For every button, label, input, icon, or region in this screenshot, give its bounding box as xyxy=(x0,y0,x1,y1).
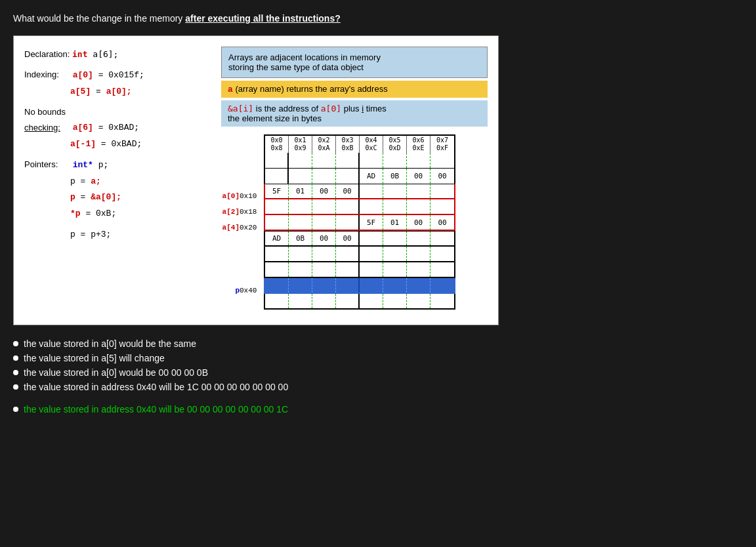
right-panel: Arrays are adjacent locations in memory … xyxy=(221,47,488,314)
nobounds-label1: No bounds xyxy=(24,107,66,117)
info-box-main: Arrays are adjacent locations in memory … xyxy=(221,47,488,78)
bullet-dot-4 xyxy=(13,384,18,390)
mem-row-0x30 xyxy=(264,247,455,262)
mem-col-headers: 0x00x8 0x10x9 0x20xA 0x30xB 0x40xC 0x50x… xyxy=(264,134,455,153)
mem-row-0x40 xyxy=(264,278,455,294)
annot-row-0x10: a[0] 0x10 xyxy=(221,188,264,204)
info-blue-line2: the element size in bytes xyxy=(228,113,322,123)
declaration-code: a[6]; xyxy=(93,49,118,59)
indexing-label: Indexing: xyxy=(24,67,70,82)
nb-val6: 0xBAD; xyxy=(108,123,139,133)
nobounds-label2: checking: xyxy=(24,123,60,132)
bullet-text-2: the value stored in a[5] will change xyxy=(24,353,165,363)
bullet-dot-1 xyxy=(13,341,18,346)
idx-a5: a[5] xyxy=(70,87,91,96)
ptr-line2: p = &a[0]; xyxy=(70,189,215,205)
bullet-2: the value stored in a[5] will change xyxy=(13,353,743,363)
bullet-5: the value stored in address 0x40 will be… xyxy=(13,404,743,415)
ptr-type: int* xyxy=(73,160,93,170)
question-text: What would be the change in the memory a… xyxy=(13,13,743,24)
mem-row-0x00 xyxy=(264,153,455,169)
left-panel: Declaration: int a[6]; Indexing: a[0] = … xyxy=(24,47,215,242)
ptr-line3: *p = 0xB; xyxy=(70,205,215,221)
nobounds-section: No bounds checking: a[6] = 0xBAD; xyxy=(24,104,215,136)
annot-row-0x30 xyxy=(221,251,264,267)
annot-row-0x38 xyxy=(221,267,264,283)
ptr-line4: p = p+3; xyxy=(70,226,215,242)
bullet-dot-5 xyxy=(13,407,18,412)
info-line1: Arrays are adjacent locations in memory xyxy=(228,52,480,62)
bullets-section: the value stored in a[0] would be the sa… xyxy=(13,338,743,415)
info-line2: storing the same type of data object xyxy=(228,62,480,72)
pointers-section: Pointers: int* p; xyxy=(24,157,215,172)
nb-valm1: 0xBAD; xyxy=(111,139,142,149)
pointers-label: Pointers: xyxy=(24,157,70,172)
bullet-3: the value stored in a[0] would be 00 00 … xyxy=(13,367,743,378)
mem-row-0x18 xyxy=(264,199,455,215)
bullet-4: the value stored in address 0x40 will be… xyxy=(13,382,743,392)
bullet-dot-3 xyxy=(13,370,18,375)
info-blue: &a[i] is the address of a[0] plus i time… xyxy=(221,100,488,127)
bullet-1: the value stored in a[0] would be the sa… xyxy=(13,338,743,349)
indexing-line2: a[5] = a[0]; xyxy=(70,83,215,99)
memory-visualization: a[0] 0x10 a[2] 0x18 a[4] 0x20 p 0x40 xyxy=(221,134,488,314)
bullet-text-5: the value stored in address 0x40 will be… xyxy=(24,404,288,415)
declaration-label: Declaration: xyxy=(24,49,70,59)
mem-row-0x38 xyxy=(264,262,455,278)
left-annotations: a[0] 0x10 a[2] 0x18 a[4] 0x20 p 0x40 xyxy=(221,134,264,314)
mem-row-0x28: AD 0B 00 00 xyxy=(264,231,455,247)
mem-row-0x20: 5F 01 00 00 xyxy=(264,215,455,231)
annot-row-0x40: p 0x40 xyxy=(221,283,264,298)
annot-row-0x48 xyxy=(221,298,264,314)
annot-row-0x20: a[4] 0x20 xyxy=(221,220,264,235)
ptr-line1: p = a; xyxy=(70,173,215,189)
nb-a6: a[6] xyxy=(73,123,93,133)
memory-table: 0x00x8 0x10x9 0x20xA 0x30xB 0x40xC 0x50x… xyxy=(264,134,455,310)
nobounds-line2: a[-1] = 0xBAD; xyxy=(70,136,215,152)
mem-row-0x10: 5F 01 00 00 xyxy=(264,184,455,199)
info-orange: a (array name) returns the array's addre… xyxy=(221,81,488,98)
idx-val0: 0x015f; xyxy=(108,70,144,80)
annot-row-0x18: a[2] 0x18 xyxy=(221,204,264,220)
mem-row-0x08: AD 0B 00 00 xyxy=(264,169,455,184)
indexing-section: Indexing: a[0] = 0x015f; xyxy=(24,67,215,83)
bullet-text-3: the value stored in a[0] would be 00 00 … xyxy=(24,367,208,378)
bullet-text-4: the value stored in address 0x40 will be… xyxy=(24,382,288,392)
mem-row-0x48 xyxy=(264,294,455,310)
main-content-box: Declaration: int a[6]; Indexing: a[0] = … xyxy=(13,35,499,325)
int-keyword: int xyxy=(72,49,87,59)
declaration-section: Declaration: int a[6]; xyxy=(24,47,215,62)
bullet-text-1: the value stored in a[0] would be the sa… xyxy=(24,338,196,349)
bullet-dot-2 xyxy=(13,355,18,361)
annot-row-0x00 xyxy=(221,157,264,172)
idx-a0: a[0] xyxy=(73,70,93,80)
nb-am1: a[-1] xyxy=(70,139,96,149)
annot-row-0x28 xyxy=(221,235,264,251)
idx-val5: a[0]; xyxy=(106,87,132,96)
annot-row-0x08 xyxy=(221,172,264,188)
